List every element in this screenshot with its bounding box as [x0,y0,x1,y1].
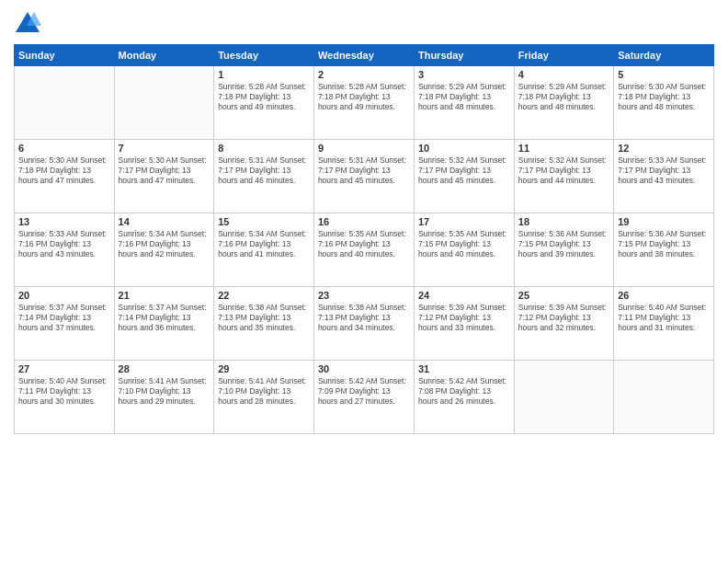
day-info: Sunrise: 5:42 AM Sunset: 7:08 PM Dayligh… [418,376,510,407]
day-info: Sunrise: 5:29 AM Sunset: 7:18 PM Dayligh… [418,82,510,112]
day-info: Sunrise: 5:31 AM Sunset: 7:17 PM Dayligh… [218,155,310,186]
day-number: 10 [418,143,510,154]
day-number: 12 [618,143,710,154]
calendar-cell: 1Sunrise: 5:28 AM Sunset: 7:18 PM Daylig… [214,66,314,140]
calendar-week-row: 13Sunrise: 5:33 AM Sunset: 7:16 PM Dayli… [15,213,714,287]
day-number: 24 [418,290,510,301]
day-info: Sunrise: 5:41 AM Sunset: 7:10 PM Dayligh… [218,376,310,407]
calendar-cell [514,361,613,434]
day-info: Sunrise: 5:40 AM Sunset: 7:11 PM Dayligh… [18,376,110,407]
day-info: Sunrise: 5:42 AM Sunset: 7:09 PM Dayligh… [318,376,410,407]
calendar-cell: 26Sunrise: 5:40 AM Sunset: 7:11 PM Dayli… [614,287,714,361]
weekday-header: Friday [514,45,613,66]
weekday-header: Wednesday [313,45,414,66]
calendar-cell [114,66,214,140]
calendar-cell [15,66,115,140]
logo-icon [14,9,41,37]
day-info: Sunrise: 5:32 AM Sunset: 7:17 PM Dayligh… [518,155,609,186]
calendar-cell [614,361,714,434]
day-number: 2 [318,69,410,80]
day-info: Sunrise: 5:40 AM Sunset: 7:11 PM Dayligh… [618,303,710,333]
calendar-cell: 20Sunrise: 5:37 AM Sunset: 7:14 PM Dayli… [15,287,115,361]
page: SundayMondayTuesdayWednesdayThursdayFrid… [0,0,728,563]
calendar-cell: 7Sunrise: 5:30 AM Sunset: 7:17 PM Daylig… [114,140,214,213]
calendar-cell: 28Sunrise: 5:41 AM Sunset: 7:10 PM Dayli… [114,361,214,434]
day-number: 21 [119,290,210,301]
calendar-cell: 17Sunrise: 5:35 AM Sunset: 7:15 PM Dayli… [414,213,514,287]
day-info: Sunrise: 5:37 AM Sunset: 7:14 PM Dayligh… [18,303,110,333]
day-number: 14 [119,216,210,227]
calendar-cell: 15Sunrise: 5:34 AM Sunset: 7:16 PM Dayli… [214,213,314,287]
logo [14,9,45,37]
day-info: Sunrise: 5:38 AM Sunset: 7:13 PM Dayligh… [218,303,310,333]
calendar-cell: 2Sunrise: 5:28 AM Sunset: 7:18 PM Daylig… [313,66,414,140]
calendar-cell: 24Sunrise: 5:39 AM Sunset: 7:12 PM Dayli… [414,287,514,361]
day-info: Sunrise: 5:41 AM Sunset: 7:10 PM Dayligh… [119,376,210,407]
calendar-cell: 23Sunrise: 5:38 AM Sunset: 7:13 PM Dayli… [313,287,414,361]
weekday-header: Saturday [614,45,714,66]
day-number: 31 [418,363,510,374]
calendar-cell: 30Sunrise: 5:42 AM Sunset: 7:09 PM Dayli… [313,361,414,434]
calendar-cell: 22Sunrise: 5:38 AM Sunset: 7:13 PM Dayli… [214,287,314,361]
calendar-cell: 10Sunrise: 5:32 AM Sunset: 7:17 PM Dayli… [414,140,514,213]
calendar-week-row: 27Sunrise: 5:40 AM Sunset: 7:11 PM Dayli… [15,361,714,434]
calendar-cell: 19Sunrise: 5:36 AM Sunset: 7:15 PM Dayli… [614,213,714,287]
calendar-cell: 29Sunrise: 5:41 AM Sunset: 7:10 PM Dayli… [214,361,314,434]
day-info: Sunrise: 5:34 AM Sunset: 7:16 PM Dayligh… [119,229,210,259]
day-info: Sunrise: 5:31 AM Sunset: 7:17 PM Dayligh… [318,155,410,186]
calendar-week-row: 6Sunrise: 5:30 AM Sunset: 7:18 PM Daylig… [15,140,714,213]
day-info: Sunrise: 5:34 AM Sunset: 7:16 PM Dayligh… [218,229,310,259]
day-number: 25 [518,290,609,301]
weekday-header: Tuesday [214,45,314,66]
calendar-table: SundayMondayTuesdayWednesdayThursdayFrid… [14,44,714,434]
day-number: 9 [318,143,410,154]
day-number: 1 [218,69,310,80]
day-info: Sunrise: 5:36 AM Sunset: 7:15 PM Dayligh… [618,229,710,259]
day-info: Sunrise: 5:29 AM Sunset: 7:18 PM Dayligh… [518,82,609,112]
day-info: Sunrise: 5:39 AM Sunset: 7:12 PM Dayligh… [418,303,510,333]
day-number: 26 [618,290,710,301]
calendar-cell: 8Sunrise: 5:31 AM Sunset: 7:17 PM Daylig… [214,140,314,213]
day-info: Sunrise: 5:36 AM Sunset: 7:15 PM Dayligh… [518,229,609,259]
weekday-header: Thursday [414,45,514,66]
day-number: 20 [18,290,110,301]
day-number: 18 [518,216,609,227]
day-info: Sunrise: 5:30 AM Sunset: 7:18 PM Dayligh… [618,82,710,112]
day-info: Sunrise: 5:28 AM Sunset: 7:18 PM Dayligh… [318,82,410,112]
calendar-cell: 3Sunrise: 5:29 AM Sunset: 7:18 PM Daylig… [414,66,514,140]
day-number: 3 [418,69,510,80]
day-number: 28 [119,363,210,374]
calendar-cell: 6Sunrise: 5:30 AM Sunset: 7:18 PM Daylig… [15,140,115,213]
day-info: Sunrise: 5:35 AM Sunset: 7:15 PM Dayligh… [418,229,510,259]
day-number: 19 [618,216,710,227]
calendar-cell: 27Sunrise: 5:40 AM Sunset: 7:11 PM Dayli… [15,361,115,434]
day-number: 15 [218,216,310,227]
weekday-header: Monday [114,45,214,66]
day-number: 23 [318,290,410,301]
calendar-cell: 16Sunrise: 5:35 AM Sunset: 7:16 PM Dayli… [313,213,414,287]
day-info: Sunrise: 5:39 AM Sunset: 7:12 PM Dayligh… [518,303,609,333]
calendar-week-row: 20Sunrise: 5:37 AM Sunset: 7:14 PM Dayli… [15,287,714,361]
calendar-cell: 25Sunrise: 5:39 AM Sunset: 7:12 PM Dayli… [514,287,613,361]
calendar-cell: 9Sunrise: 5:31 AM Sunset: 7:17 PM Daylig… [313,140,414,213]
day-number: 16 [318,216,410,227]
day-number: 8 [218,143,310,154]
calendar-cell: 13Sunrise: 5:33 AM Sunset: 7:16 PM Dayli… [15,213,115,287]
calendar-cell: 12Sunrise: 5:33 AM Sunset: 7:17 PM Dayli… [614,140,714,213]
day-number: 17 [418,216,510,227]
day-info: Sunrise: 5:33 AM Sunset: 7:17 PM Dayligh… [618,155,710,186]
day-number: 7 [119,143,210,154]
day-number: 4 [518,69,609,80]
day-info: Sunrise: 5:28 AM Sunset: 7:18 PM Dayligh… [218,82,310,112]
day-info: Sunrise: 5:32 AM Sunset: 7:17 PM Dayligh… [418,155,510,186]
day-number: 22 [218,290,310,301]
day-info: Sunrise: 5:38 AM Sunset: 7:13 PM Dayligh… [318,303,410,333]
calendar-cell: 21Sunrise: 5:37 AM Sunset: 7:14 PM Dayli… [114,287,214,361]
day-number: 13 [18,216,110,227]
day-number: 5 [618,69,710,80]
calendar-cell: 31Sunrise: 5:42 AM Sunset: 7:08 PM Dayli… [414,361,514,434]
day-number: 27 [18,363,110,374]
calendar-header-row: SundayMondayTuesdayWednesdayThursdayFrid… [15,45,714,66]
calendar-cell: 11Sunrise: 5:32 AM Sunset: 7:17 PM Dayli… [514,140,613,213]
calendar-cell: 14Sunrise: 5:34 AM Sunset: 7:16 PM Dayli… [114,213,214,287]
